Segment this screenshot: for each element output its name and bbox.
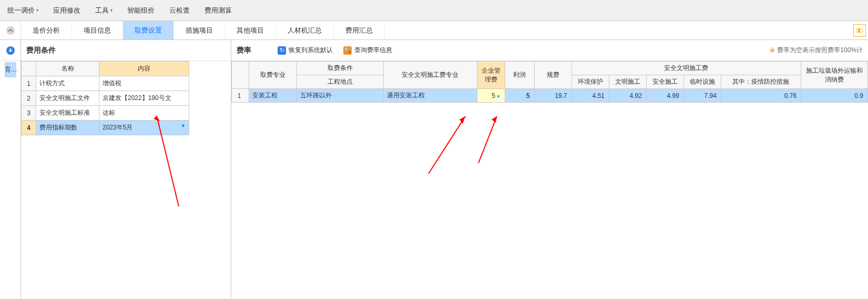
far-left-sidebar: 育… xyxy=(0,40,21,299)
rate-h-temp[interactable]: 临时设施 xyxy=(683,75,721,89)
tab-material-summary[interactable]: 人材机汇总 xyxy=(276,21,334,39)
cond-idx: 4 xyxy=(22,121,36,135)
rate-profit[interactable]: 5 xyxy=(505,89,534,103)
cond-header-content: 内容 xyxy=(99,62,189,76)
chevron-down-icon: ▼ xyxy=(181,123,186,128)
rate-h-idx xyxy=(232,62,249,89)
rate-safety-major[interactable]: 通用安装工程 xyxy=(384,89,477,103)
cond-row[interactable]: 2 安全文明施工文件 京建发【2022】190号文 xyxy=(22,91,189,106)
query-rate-button[interactable]: 🔍 查询费率信息 xyxy=(343,46,392,55)
rate-h-civ[interactable]: 文明施工 xyxy=(609,75,646,89)
tab-project-info[interactable]: 项目信息 xyxy=(72,21,123,39)
cond-row[interactable]: 4 费用指标期数 2023年5月▼ xyxy=(22,121,189,135)
rate-safe[interactable]: 4.99 xyxy=(646,89,683,103)
cond-header-idx xyxy=(22,62,36,76)
rate-env[interactable]: 4.51 xyxy=(571,89,609,103)
rate-h-epi[interactable]: 其中：疫情防控措施 xyxy=(721,75,801,89)
rate-title: 费率 xyxy=(237,46,251,55)
rate-epi[interactable]: 0.76 xyxy=(721,89,801,103)
main-content: 育… 费用条件 名称 内容 1 计税方式 增值税 2 安全文明施工文件 京建发【… xyxy=(0,40,868,299)
cond-idx: 2 xyxy=(22,91,36,106)
rate-h-cond[interactable]: 取费条件 xyxy=(297,62,384,75)
cond-row[interactable]: 1 计税方式 增值税 xyxy=(22,76,189,91)
rate-h-waste[interactable]: 施工垃圾场外运输和消纳费 xyxy=(801,62,868,89)
cond-content[interactable]: 增值税 xyxy=(99,76,189,91)
refresh-icon: ↻ xyxy=(278,46,286,55)
cond-header-name: 名称 xyxy=(36,62,99,76)
rate-h-loc[interactable]: 工程地点 xyxy=(297,75,384,89)
rate-gauge[interactable]: 19.7 xyxy=(534,89,571,103)
collapse-up-button[interactable] xyxy=(0,21,21,39)
rate-h-safe[interactable]: 安全施工 xyxy=(646,75,683,89)
cond-name: 安全文明施工文件 xyxy=(36,91,99,106)
rate-major[interactable]: 安装工程 xyxy=(249,89,297,103)
tab-cost-analysis[interactable]: 造价分析 xyxy=(21,21,72,39)
rate-loc[interactable]: 五环路以外 xyxy=(297,89,384,103)
rate-h-env[interactable]: 环境保护 xyxy=(571,75,609,89)
rate-toolbar: 费率 ↻ 恢复到系统默认 🔍 查询费率信息 ※费率为空表示按照费率100%计 xyxy=(231,40,868,61)
cond-name: 安全文明施工标准 xyxy=(36,106,99,121)
tab-other-item[interactable]: 其他项目 xyxy=(225,21,276,39)
cond-content[interactable]: 京建发【2022】190号文 xyxy=(99,91,189,106)
cond-idx: 1 xyxy=(22,76,36,91)
rate-table: 取费专业 取费条件 安全文明施工费专业 企业管理费 利润 规费 安全文明施工费 … xyxy=(231,61,868,103)
tab-fee-summary[interactable]: 费用汇总 xyxy=(334,21,385,39)
tab-measure-item[interactable]: 措施项目 xyxy=(174,21,225,39)
fee-condition-panel: 费用条件 名称 内容 1 计税方式 增值税 2 安全文明施工文件 京建发【202… xyxy=(21,40,231,299)
menu-unified-price[interactable]: 统一调价▾ xyxy=(0,0,46,21)
svg-point-0 xyxy=(6,26,15,35)
cond-row[interactable]: 3 安全文明施工标准 达标 xyxy=(22,106,189,121)
cond-content-dropdown[interactable]: 2023年5月▼ xyxy=(99,121,189,135)
right-panel-toggle-button[interactable]: |◧ xyxy=(853,24,866,37)
fee-condition-table: 名称 内容 1 计税方式 增值税 2 安全文明施工文件 京建发【2022】190… xyxy=(21,61,189,135)
restore-default-button[interactable]: ↻ 恢复到系统默认 xyxy=(278,46,333,55)
rate-civ[interactable]: 4.92 xyxy=(609,89,646,103)
rate-idx: 1 xyxy=(232,89,249,103)
rate-h-major[interactable]: 取费专业 xyxy=(249,62,297,89)
nav-row: 造价分析 项目信息 取费设置 措施项目 其他项目 人材机汇总 费用汇总 |◧ xyxy=(0,21,868,40)
cond-idx: 3 xyxy=(22,106,36,121)
cond-content[interactable]: 达标 xyxy=(99,106,189,121)
download-circle-icon xyxy=(6,46,15,55)
menu-cost-calc[interactable]: 费用测算 xyxy=(197,0,239,21)
panel-toggle-icon: |◧ xyxy=(856,27,863,34)
menu-cloud-check[interactable]: 云检查 xyxy=(162,0,197,21)
rate-h-profit[interactable]: 利润 xyxy=(505,62,534,89)
chevron-up-circle-icon xyxy=(6,26,15,35)
rate-temp[interactable]: 7.94 xyxy=(683,89,721,103)
rate-note: ※费率为空表示按照费率100%计 xyxy=(770,46,863,55)
rate-h-safety-major[interactable]: 安全文明施工费专业 xyxy=(384,62,477,89)
download-button[interactable] xyxy=(0,40,21,61)
chevron-down-icon: ▼ xyxy=(496,94,501,99)
menu-apply-mod[interactable]: 应用修改 xyxy=(46,0,88,21)
cond-name: 计税方式 xyxy=(36,76,99,91)
rate-h-gauge[interactable]: 规费 xyxy=(534,62,571,89)
rate-mgmt-fee-cell[interactable]: 5▼ xyxy=(477,89,505,103)
rate-row[interactable]: 1 安装工程 五环路以外 通用安装工程 5▼ 5 19.7 4.51 4.92 … xyxy=(232,89,868,103)
rate-panel: 费率 ↻ 恢复到系统默认 🔍 查询费率信息 ※费率为空表示按照费率100%计 xyxy=(231,40,868,299)
menu-smart-group[interactable]: 智能组价 xyxy=(120,0,162,21)
search-icon: 🔍 xyxy=(343,46,352,55)
rate-waste[interactable]: 0.9 xyxy=(801,89,868,103)
tab-fee-settings[interactable]: 取费设置 xyxy=(123,21,174,39)
asterisk-icon: ※ xyxy=(770,46,775,54)
menu-tools[interactable]: 工具▾ xyxy=(88,0,120,21)
cond-name: 费用指标期数 xyxy=(36,121,99,135)
fee-condition-title: 费用条件 xyxy=(21,40,231,61)
rate-h-safety-group: 安全文明施工费 xyxy=(571,62,801,75)
side-tab-yu[interactable]: 育… xyxy=(5,62,16,77)
menu-bar: 统一调价▾ 应用修改 工具▾ 智能组价 云检查 费用测算 xyxy=(0,0,868,21)
rate-h-mgmt-fee[interactable]: 企业管理费 xyxy=(477,62,505,89)
